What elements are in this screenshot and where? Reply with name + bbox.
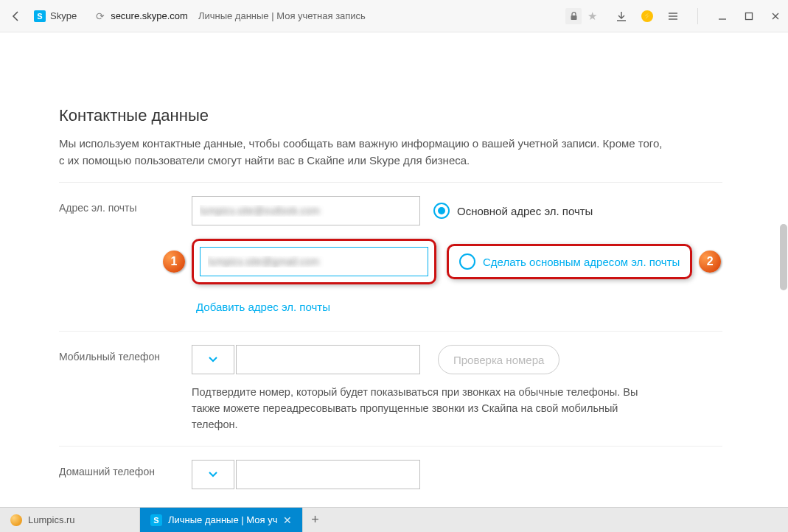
downloads-icon[interactable] [615,10,628,23]
verify-number-button[interactable]: Проверка номера [438,345,559,374]
home-phone-row: Домашний телефон [59,460,722,489]
page-title-in-bar: Личные данные | Моя учетная запись [198,10,366,21]
section-title: Контактные данные [59,106,708,125]
scrollbar-thumb[interactable] [780,224,787,290]
lock-icon[interactable] [565,8,582,24]
menu-icon[interactable] [666,10,680,23]
primary-email-radio[interactable]: Основной адрес эл. почты [433,203,593,219]
divider [59,446,722,447]
new-tab-button[interactable]: + [303,508,327,532]
divider [59,331,722,332]
site-label: S Skype [34,10,77,22]
secondary-email-input[interactable] [200,247,428,276]
tab-skype-active[interactable]: S Личные данные | Моя уч ✕ [140,508,303,532]
tab-skype-label: Личные данные | Моя уч [168,514,277,525]
make-primary-label: Сделать основным адресом эл. почты [483,256,680,268]
tab-close-icon[interactable]: ✕ [283,514,292,526]
svg-rect-1 [746,13,753,19]
email-label: Адрес эл. почты [59,196,192,214]
url-host: secure.skype.com [111,10,188,21]
callout-badge-2: 2 [699,251,721,273]
primary-email-input[interactable] [192,196,420,225]
primary-radio-label: Основной адрес эл. почты [457,205,593,217]
mobile-description: Подтвердите номер, который будет показыв… [192,385,663,433]
tab-lumpics-label: Lumpics.ru [28,514,75,525]
radio-checked-icon [433,203,450,219]
secondary-email-line: 1 2 Сделать основным адресом эл. почты [192,239,722,284]
mobile-inputs: Проверка номера [192,345,722,374]
site-name: Skype [50,10,77,21]
lumpics-favicon-icon [10,514,22,526]
tab-bar: Lumpics.ru S Личные данные | Моя уч ✕ + [0,507,788,532]
section-description: Мы используем контактные данные, чтобы с… [59,136,663,169]
mobile-label: Мобильный телефон [59,345,192,363]
primary-email-line: Основной адрес эл. почты [192,196,722,225]
skype-favicon-icon: S [150,514,162,526]
extension-icon[interactable]: ⚡ [641,10,653,22]
chevron-down-icon [209,472,217,477]
bookmark-star-icon[interactable]: ★ [587,10,597,23]
maximize-button[interactable] [742,10,756,23]
home-label: Домашний телефон [59,460,192,477]
mobile-phone-row: Мобильный телефон Проверка номера Подтве… [59,345,722,433]
home-number-input[interactable] [236,460,420,489]
reload-icon[interactable]: ⟳ [96,10,105,22]
mobile-country-select[interactable] [192,345,234,374]
back-button[interactable] [6,6,27,27]
address-bar[interactable]: ⟳ secure.skype.com Личные данные | Моя у… [88,7,373,25]
close-window-button[interactable] [769,10,782,23]
callout-badge-1: 1 [163,251,185,273]
home-inputs [192,460,722,489]
address-actions: ★ [565,8,597,24]
divider [59,182,722,183]
minimize-button[interactable] [716,10,729,23]
radio-unchecked-icon [459,253,475,270]
home-country-select[interactable] [192,460,234,489]
browser-toolbar: S Skype ⟳ secure.skype.com Личные данные… [0,0,788,32]
make-primary-radio[interactable]: Сделать основным адресом эл. почты [459,253,680,270]
svg-rect-0 [571,15,576,20]
add-email-link[interactable]: Добавить адрес эл. почты [192,298,330,318]
callout-1-box: 1 [192,239,436,284]
page-content: Контактные данные Мы используем контактн… [0,32,788,497]
chevron-down-icon [209,357,217,363]
mobile-number-input[interactable] [236,345,420,374]
callout-2-box: 2 Сделать основным адресом эл. почты [447,244,692,279]
skype-favicon-icon: S [34,10,46,22]
tab-lumpics[interactable]: Lumpics.ru [0,508,140,532]
email-row: Адрес эл. почты Основной адрес эл. почты… [59,196,722,318]
toolbar-icons: ⚡ [615,8,782,24]
